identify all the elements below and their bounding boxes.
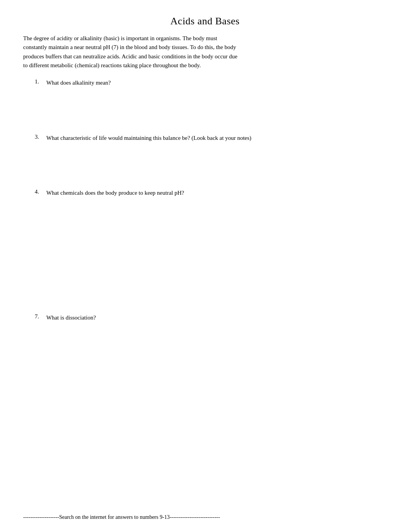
question-text-4: What chemicals does the body produce to … — [46, 189, 184, 197]
question-number-1: 1. — [35, 78, 46, 85]
intro-line4: to different metabolic (chemical) reacti… — [23, 62, 201, 68]
question-item-4: 4. What chemicals does the body produce … — [23, 189, 387, 197]
question-number-7: 7. — [35, 313, 46, 320]
intro-paragraph: The degree of acidity or alkalinity (bas… — [23, 34, 387, 70]
question-number-4: 4. — [35, 189, 46, 195]
page: Acids and Bases The degree of acidity or… — [0, 0, 410, 532]
question-block-1: 1. What does alkalinity mean? — [23, 78, 387, 87]
intro-line3: produces buffers that can neutralize aci… — [23, 53, 237, 59]
question-text-1: What does alkalinity mean? — [46, 78, 111, 87]
intro-line1: The degree of acidity or alkalinity (bas… — [23, 35, 217, 41]
questions-section: 1. What does alkalinity mean? 3. What ch… — [23, 78, 387, 322]
intro-line2: constantly maintain a near neutral pH (7… — [23, 44, 236, 50]
question-text-3: What characteristic of life would mainta… — [46, 134, 251, 143]
question-block-7: 7. What is dissociation? — [23, 313, 387, 322]
question-block-4: 4. What chemicals does the body produce … — [23, 189, 387, 197]
footer-text: --------------------Search on the intern… — [23, 514, 387, 520]
question-item-3: 3. What characteristic of life would mai… — [23, 134, 387, 143]
question-item-1: 1. What does alkalinity mean? — [23, 78, 387, 87]
question-text-7: What is dissociation? — [46, 313, 96, 322]
page-title: Acids and Bases — [23, 15, 387, 27]
question-block-3: 3. What characteristic of life would mai… — [23, 134, 387, 143]
question-number-3: 3. — [35, 134, 46, 140]
question-item-7: 7. What is dissociation? — [23, 313, 387, 322]
